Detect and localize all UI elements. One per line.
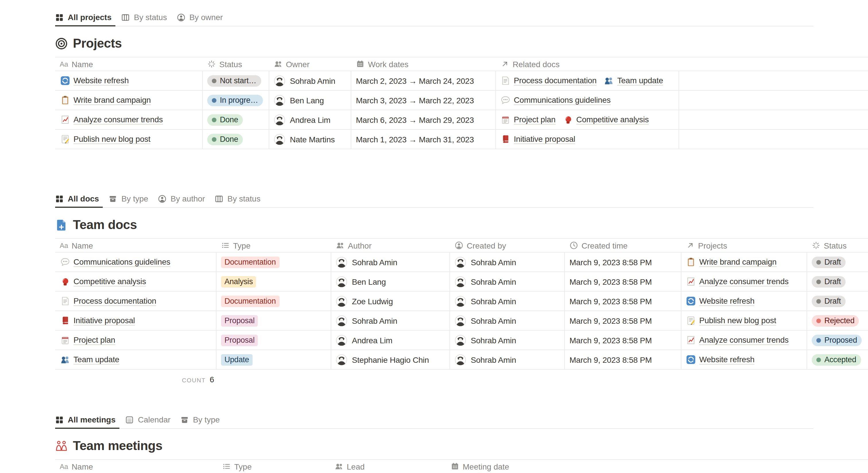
- page-link[interactable]: Team update: [60, 355, 119, 365]
- status-pill[interactable]: Done: [207, 133, 243, 145]
- column-header-name[interactable]: AaName: [55, 460, 218, 473]
- table-row: Website refreshNot start…Sohrab AminMarc…: [55, 71, 868, 91]
- docs-title[interactable]: Team docs: [73, 217, 137, 232]
- column-header-related-docs[interactable]: Related docs: [496, 57, 679, 71]
- tab-by-author[interactable]: By author: [158, 194, 209, 208]
- type-tag[interactable]: Analysis: [221, 276, 256, 287]
- column-header-lead[interactable]: Lead: [330, 460, 446, 473]
- page-link[interactable]: Communications guidelines: [60, 257, 170, 267]
- column-header-name[interactable]: AaName: [55, 239, 216, 252]
- person-chip[interactable]: Sohrab Amin: [455, 256, 516, 268]
- tab-by-owner[interactable]: By owner: [177, 12, 227, 26]
- page-link[interactable]: Process documentation: [60, 296, 156, 306]
- relation-link[interactable]: Project plan: [501, 115, 555, 125]
- status-pill[interactable]: Not start…: [207, 75, 261, 86]
- status-pill[interactable]: Draft: [812, 276, 846, 287]
- column-header-author[interactable]: Author: [331, 239, 450, 252]
- column-header-work-dates[interactable]: Work dates: [351, 57, 496, 71]
- person-chip[interactable]: Sohrab Amin: [455, 354, 516, 366]
- created-time-value[interactable]: March 9, 2023 8:58 PM: [569, 277, 652, 286]
- person-chip[interactable]: Nate Martins: [274, 133, 335, 145]
- relation-link[interactable]: Website refresh: [686, 296, 755, 306]
- table-row: Publish new blog postDoneNate MartinsMar…: [55, 130, 868, 149]
- person-chip[interactable]: Sohrab Amin: [336, 315, 397, 326]
- created-time-value[interactable]: March 9, 2023 8:58 PM: [569, 336, 652, 345]
- type-tag[interactable]: Documentation: [221, 256, 279, 268]
- relation-link[interactable]: Analyze consumer trends: [686, 335, 788, 345]
- person-chip[interactable]: Andrea Lim: [336, 335, 392, 346]
- table-footer-count[interactable]: COUNT 6: [55, 375, 216, 386]
- status-pill[interactable]: Draft: [812, 256, 846, 268]
- tab-calendar[interactable]: Calendar: [125, 415, 175, 429]
- column-header-type[interactable]: Type: [216, 239, 331, 252]
- person-chip[interactable]: Sohrab Amin: [274, 75, 335, 86]
- tab-by-status[interactable]: By status: [215, 194, 265, 208]
- type-tag[interactable]: Proposal: [221, 335, 258, 346]
- column-header-type[interactable]: Type: [218, 460, 330, 473]
- relation-link[interactable]: Team update: [604, 76, 663, 86]
- tab-by-type[interactable]: By type: [109, 194, 152, 208]
- column-header-status[interactable]: Status: [203, 57, 269, 71]
- status-pill[interactable]: Accepted: [812, 354, 861, 366]
- work-dates-value[interactable]: March 3, 2023 → March 22, 2023: [356, 96, 474, 105]
- type-tag[interactable]: Update: [221, 354, 253, 366]
- projects-title[interactable]: Projects: [73, 36, 122, 51]
- status-pill[interactable]: Draft: [812, 295, 846, 307]
- column-header-created-by[interactable]: Created by: [450, 239, 565, 252]
- work-dates-value[interactable]: March 2, 2023 → March 24, 2023: [356, 76, 474, 85]
- relation-link[interactable]: Initiative proposal: [501, 134, 575, 144]
- page-link[interactable]: Website refresh: [60, 76, 129, 86]
- relation-link[interactable]: Write brand campaign: [686, 257, 776, 267]
- type-tag[interactable]: Documentation: [221, 295, 279, 307]
- arrow-ne-icon: [686, 241, 694, 250]
- type-tag[interactable]: Proposal: [221, 315, 258, 326]
- person-chip[interactable]: Sohrab Amin: [455, 315, 516, 326]
- page-link[interactable]: Analyze consumer trends: [60, 115, 163, 125]
- tab-all-docs[interactable]: All docs: [55, 194, 103, 208]
- column-header-status[interactable]: Status: [807, 239, 868, 252]
- created-time-value[interactable]: March 9, 2023 8:58 PM: [569, 355, 652, 364]
- person-chip[interactable]: Sohrab Amin: [455, 335, 516, 346]
- person-chip[interactable]: Ben Lang: [274, 94, 324, 106]
- person-chip[interactable]: Andrea Lim: [274, 114, 330, 125]
- relation-link[interactable]: Competitive analysis: [563, 115, 649, 125]
- created-time-value[interactable]: March 9, 2023 8:58 PM: [569, 296, 652, 306]
- created-time-value[interactable]: March 9, 2023 8:58 PM: [569, 257, 652, 266]
- work-dates-value[interactable]: March 1, 2023 → March 31, 2023: [356, 135, 474, 144]
- tab-all-meetings[interactable]: All meetings: [55, 415, 120, 429]
- relation-link[interactable]: Publish new blog post: [686, 316, 776, 325]
- avatar-icon: [336, 295, 347, 307]
- person-chip[interactable]: Sohrab Amin: [455, 295, 516, 307]
- relation-link[interactable]: Website refresh: [686, 355, 755, 365]
- status-pill[interactable]: In progre…: [207, 94, 262, 106]
- created-time-value[interactable]: March 9, 2023 8:58 PM: [569, 316, 652, 325]
- status-pill[interactable]: Done: [207, 114, 243, 125]
- tab-by-status[interactable]: By status: [121, 12, 171, 26]
- person-chip[interactable]: Stephanie Hagio Chin: [336, 354, 429, 366]
- column-header-meeting-date[interactable]: Meeting date: [446, 460, 591, 473]
- person-chip[interactable]: Zoe Ludwig: [336, 295, 393, 307]
- page-link[interactable]: Project plan: [60, 335, 115, 345]
- meetings-title[interactable]: Team meetings: [73, 438, 162, 453]
- tab-by-type[interactable]: By type: [180, 415, 224, 429]
- column-header-projects[interactable]: Projects: [681, 239, 807, 252]
- person-chip[interactable]: Sohrab Amin: [455, 276, 516, 287]
- column-header-owner[interactable]: Owner: [269, 57, 351, 71]
- page-link[interactable]: Initiative proposal: [60, 316, 135, 325]
- relation-link[interactable]: Analyze consumer trends: [686, 277, 788, 286]
- work-dates-value[interactable]: March 6, 2023 → March 29, 2023: [356, 115, 474, 124]
- page-link[interactable]: Publish new blog post: [60, 134, 150, 144]
- page-link[interactable]: Competitive analysis: [60, 277, 146, 286]
- column-header-label: Name: [71, 462, 93, 471]
- relation-link[interactable]: Communications guidelines: [501, 95, 611, 105]
- tab-all-projects[interactable]: All projects: [55, 12, 116, 26]
- person-chip[interactable]: Ben Lang: [336, 276, 386, 287]
- relation-link[interactable]: Process documentation: [501, 76, 596, 86]
- cell-type: Documentation: [216, 253, 331, 272]
- status-pill[interactable]: Rejected: [812, 315, 859, 326]
- column-header-name[interactable]: AaName: [55, 57, 203, 71]
- person-chip[interactable]: Sohrab Amin: [336, 256, 397, 268]
- page-link[interactable]: Write brand campaign: [60, 95, 151, 105]
- column-header-created-time[interactable]: Created time: [565, 239, 681, 252]
- status-pill[interactable]: Proposed: [812, 335, 862, 346]
